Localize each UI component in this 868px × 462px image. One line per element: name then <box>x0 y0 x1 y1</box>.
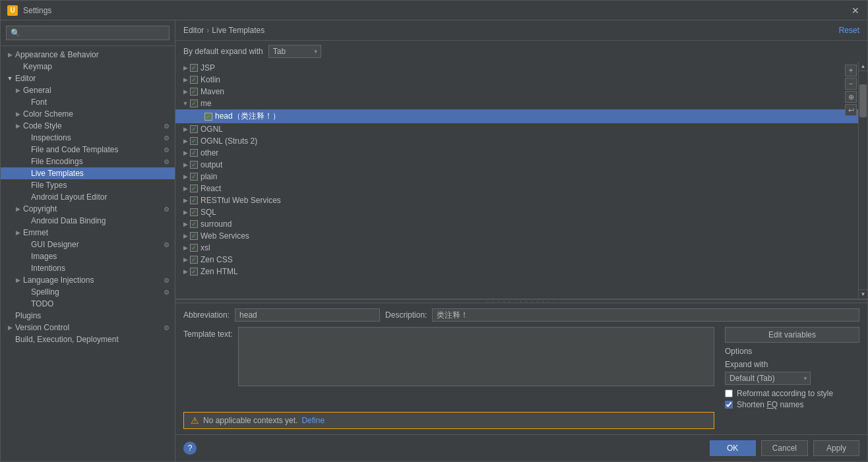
template-item-surround[interactable]: ▶ surround <box>175 218 858 230</box>
checkbox-sql[interactable] <box>190 208 198 216</box>
sidebar-item-plugins[interactable]: ▶ Plugins <box>1 310 175 322</box>
gear-file-code: ⚙ <box>164 146 170 154</box>
checkbox-web-services[interactable] <box>190 232 198 240</box>
checkbox-other[interactable] <box>190 149 198 157</box>
warning-icon: ⚠ <box>191 415 199 426</box>
sidebar-item-label-version-control: Version Control <box>15 323 69 332</box>
template-item-xsl[interactable]: ▶ xsl <box>175 242 858 254</box>
abbrev-input[interactable] <box>235 308 380 322</box>
template-item-plain[interactable]: ▶ plain <box>175 171 858 183</box>
desc-input[interactable] <box>432 308 859 322</box>
shorten-label: Shorten FQ names <box>737 400 803 409</box>
sidebar-item-todo[interactable]: ▶ TODO <box>1 298 175 310</box>
sidebar-item-general[interactable]: ▶ General <box>1 84 175 96</box>
scroll-down-btn[interactable]: ▼ <box>859 289 867 299</box>
checkbox-kotlin[interactable] <box>190 76 198 84</box>
sidebar-item-language-injections[interactable]: ▶ Language Injections ⚙ <box>1 274 175 286</box>
sidebar-item-file-code-templates[interactable]: ▶ File and Code Templates ⚙ <box>1 144 175 156</box>
template-item-kotlin[interactable]: ▶ Kotlin <box>175 74 858 86</box>
template-item-head[interactable]: ▶ head（类注释！） <box>175 109 858 123</box>
checkbox-maven[interactable] <box>190 88 198 96</box>
name-ognl-struts: OGNL (Struts 2) <box>201 136 257 146</box>
sidebar-item-version-control[interactable]: ▶ Version Control ⚙ <box>1 322 175 333</box>
scroll-thumb[interactable] <box>859 84 867 117</box>
name-maven: Maven <box>201 87 224 96</box>
checkbox-zen-html[interactable] <box>190 268 198 275</box>
reset-button[interactable]: Reset <box>839 26 859 35</box>
template-item-me[interactable]: ▼ me <box>175 98 858 109</box>
sidebar-item-editor[interactable]: ▼ Editor <box>1 72 175 84</box>
checkbox-plain[interactable] <box>190 173 198 181</box>
sidebar-item-appearance[interactable]: ▶ Appearance & Behavior <box>1 49 175 61</box>
sidebar-item-label-android-data: Android Data Binding <box>31 216 106 225</box>
sidebar-item-spelling[interactable]: ▶ Spelling ⚙ <box>1 286 175 298</box>
template-item-zen-html[interactable]: ▶ Zen HTML <box>175 266 858 277</box>
sidebar-item-live-templates[interactable]: ▶ Live Templates <box>1 167 175 179</box>
sidebar-item-copyright[interactable]: ▶ Copyright ⚙ <box>1 203 175 215</box>
options-expand-dropdown[interactable]: Default (Tab) Tab Enter Space <box>725 372 811 385</box>
checkbox-react[interactable] <box>190 185 198 192</box>
sidebar-item-images[interactable]: ▶ Images <box>1 250 175 262</box>
edit-variables-button[interactable]: Edit variables <box>725 327 859 343</box>
shorten-checkbox[interactable] <box>725 401 733 409</box>
template-item-restful[interactable]: ▶ RESTful Web Services <box>175 194 858 206</box>
arrow-editor: ▼ <box>6 74 14 82</box>
checkbox-ognl[interactable] <box>190 125 198 133</box>
sidebar-item-label-live-templates: Live Templates <box>31 169 84 178</box>
sidebar-item-inspections[interactable]: ▶ Inspections ⚙ <box>1 132 175 144</box>
template-item-web-services[interactable]: ▶ Web Services <box>175 230 858 242</box>
checkbox-surround[interactable] <box>190 220 198 228</box>
restore-button[interactable]: ↩ <box>845 104 857 116</box>
sidebar-item-label-android-layout: Android Layout Editor <box>31 192 107 202</box>
template-textarea[interactable] <box>238 327 714 386</box>
define-link[interactable]: Define <box>301 416 325 425</box>
sidebar-item-keymap[interactable]: ▶ Keymap <box>1 61 175 72</box>
sidebar-item-color-scheme[interactable]: ▶ Color Scheme <box>1 108 175 120</box>
template-item-sql[interactable]: ▶ SQL <box>175 206 858 218</box>
checkbox-ognl-struts[interactable] <box>190 137 198 145</box>
sidebar-item-font[interactable]: ▶ Font <box>1 96 175 108</box>
template-item-output[interactable]: ▶ output <box>175 159 858 171</box>
checkbox-me[interactable] <box>190 100 198 107</box>
left-bottom: Template text: ⚠ No applicable contexts … <box>175 324 722 432</box>
arrow-emmet: ▶ <box>14 229 22 237</box>
template-item-zen-css[interactable]: ▶ Zen CSS <box>175 254 858 266</box>
sidebar-item-intentions[interactable]: ▶ Intentions <box>1 262 175 274</box>
add-button[interactable]: + <box>845 65 857 76</box>
reformat-checkbox[interactable] <box>725 390 733 397</box>
template-item-react[interactable]: ▶ React <box>175 183 858 194</box>
sidebar-item-build[interactable]: ▶ Build, Execution, Deployment <box>1 333 175 345</box>
remove-button[interactable]: − <box>845 78 857 90</box>
template-item-maven[interactable]: ▶ Maven <box>175 86 858 98</box>
expand-dropdown[interactable]: Tab Enter Space <box>268 45 321 58</box>
sidebar-item-code-style[interactable]: ▶ Code Style ⚙ <box>1 120 175 132</box>
copy-button[interactable]: ⊕ <box>845 91 857 103</box>
apply-button[interactable]: Apply <box>813 440 859 456</box>
checkbox-jsp[interactable] <box>190 64 198 72</box>
template-item-ognl[interactable]: ▶ OGNL <box>175 123 858 135</box>
sidebar-item-gui-designer[interactable]: ▶ GUI Designer ⚙ <box>1 239 175 250</box>
ok-button[interactable]: OK <box>710 440 756 456</box>
sidebar-item-android-data[interactable]: ▶ Android Data Binding <box>1 215 175 227</box>
arrow-ognl-struts: ▶ <box>182 138 189 144</box>
checkbox-head[interactable] <box>204 113 212 121</box>
sidebar-item-android-layout[interactable]: ▶ Android Layout Editor <box>1 191 175 203</box>
checkbox-xsl[interactable] <box>190 244 198 252</box>
cancel-button[interactable]: Cancel <box>761 440 808 456</box>
arrow-appearance: ▶ <box>6 51 14 59</box>
template-item-other[interactable]: ▶ other <box>175 147 858 159</box>
checkbox-output[interactable] <box>190 161 198 169</box>
expand-with-label: Expand with <box>725 360 768 369</box>
sidebar-item-file-types[interactable]: ▶ File Types <box>1 179 175 191</box>
close-button[interactable]: ✕ <box>850 5 861 16</box>
sidebar-tree: ▶ Appearance & Behavior ▶ Keymap ▼ Edito… <box>1 46 175 461</box>
template-item-jsp[interactable]: ▶ JSP <box>175 62 858 74</box>
template-item-ognl-struts[interactable]: ▶ OGNL (Struts 2) <box>175 135 858 147</box>
scroll-up-btn[interactable]: ▲ <box>859 62 867 71</box>
help-button[interactable]: ? <box>183 442 197 455</box>
sidebar-item-emmet[interactable]: ▶ Emmet <box>1 227 175 239</box>
sidebar-item-file-encodings[interactable]: ▶ File Encodings ⚙ <box>1 156 175 167</box>
checkbox-zen-css[interactable] <box>190 256 198 264</box>
search-input[interactable] <box>6 26 170 40</box>
checkbox-restful[interactable] <box>190 196 198 204</box>
